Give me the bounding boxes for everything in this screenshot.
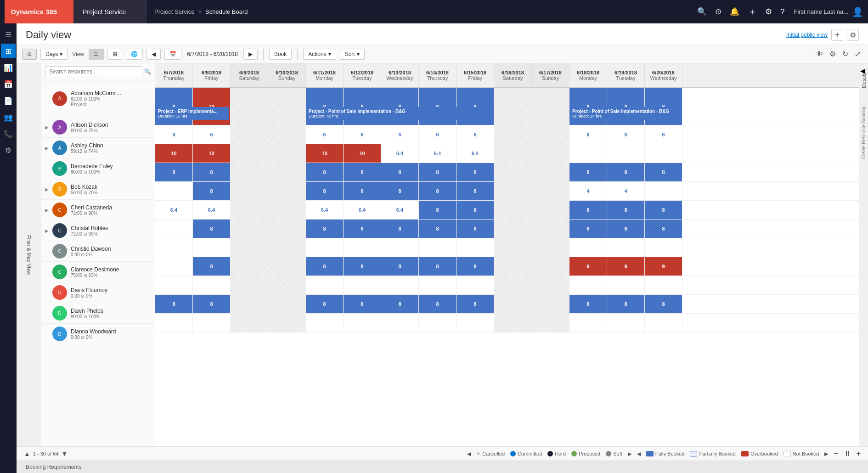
gantt-cell-3-7[interactable]: 8: [419, 163, 457, 181]
expand-arrow[interactable]: ▶: [45, 146, 49, 151]
resource-row[interactable]: ▶ A Allison Dickson 60:00 ⊙ 75%: [41, 117, 155, 138]
gantt-cell-6-1[interactable]: 8: [193, 220, 231, 238]
gantt-cell-11-6[interactable]: [381, 314, 419, 332]
sidebar-contacts[interactable]: 👥: [1, 110, 16, 124]
gantt-cell-1-10[interactable]: [532, 125, 569, 144]
help-icon[interactable]: ?: [780, 7, 784, 17]
gantt-cell-2-2[interactable]: [231, 144, 268, 163]
gantt-cell-6-13[interactable]: 8: [645, 220, 682, 238]
zoom-out-btn[interactable]: −: [834, 450, 838, 458]
gantt-cell-7-10[interactable]: [532, 238, 569, 257]
gantt-cell-6-4[interactable]: 8: [306, 220, 344, 238]
gantt-cell-5-3[interactable]: [268, 201, 306, 219]
resource-row[interactable]: B Bernadette Foley 80:00 ⊙ 100%: [41, 158, 155, 179]
gantt-cell-8-8[interactable]: 8: [457, 257, 494, 276]
gantt-cell-3-11[interactable]: 8: [569, 163, 607, 181]
resource-row[interactable]: ▶ A Ashley Chinn 59:12 ⊙ 74%: [41, 138, 155, 158]
gantt-cell-4-4[interactable]: 8: [306, 182, 344, 200]
gantt-cell-10-7[interactable]: 8: [419, 295, 457, 313]
gantt-cell-11-5[interactable]: [344, 314, 381, 332]
bell-icon[interactable]: 🔔: [730, 7, 739, 17]
gantt-cell-3-10[interactable]: [532, 163, 569, 181]
gantt-cell-10-0[interactable]: 8: [155, 295, 193, 313]
gantt-cell-4-8[interactable]: 8: [457, 182, 494, 200]
gantt-cell-4-5[interactable]: 8: [344, 182, 381, 200]
gantt-cell-4-10[interactable]: [532, 182, 569, 200]
gantt-cell-7-6[interactable]: [381, 238, 419, 257]
sidebar-doc[interactable]: 📄: [1, 93, 16, 108]
gantt-cell-1-4[interactable]: 6: [306, 125, 344, 144]
user-section[interactable]: First name Last na... 👤: [794, 6, 864, 17]
gantt-cell-0-10[interactable]: [532, 88, 569, 125]
sidebar-calendar[interactable]: 📅: [1, 77, 16, 91]
gantt-cell-5-9[interactable]: [494, 201, 532, 219]
next-legend2-btn[interactable]: ▶: [824, 451, 828, 457]
map-view-btn[interactable]: 🌐: [126, 49, 143, 60]
gantt-cell-10-3[interactable]: [268, 295, 306, 313]
gantt-cell-4-1[interactable]: 8: [193, 182, 231, 200]
search-icon[interactable]: 🔍: [697, 7, 707, 17]
gantt-cell-7-3[interactable]: [268, 238, 306, 257]
project-bar-1[interactable]: Project - ERP Implementa...Duration: 16 …: [155, 107, 229, 120]
gantt-cell-5-6[interactable]: 6.4: [381, 201, 419, 219]
sidebar-hamburger[interactable]: ☰: [1, 27, 16, 42]
gantt-cell-8-4[interactable]: 8: [306, 257, 344, 276]
gantt-cell-8-2[interactable]: [231, 257, 268, 276]
calendar-icon-btn[interactable]: ⊙: [22, 49, 37, 60]
project-bar-3[interactable]: Project - Point of Sale Implementation -…: [569, 107, 681, 120]
gantt-cell-1-12[interactable]: 6: [607, 125, 645, 144]
resource-row[interactable]: D Dawn Phelps 80:00 ⊙ 100%: [41, 303, 155, 324]
gantt-cell-7-11[interactable]: [569, 238, 607, 257]
gantt-cell-9-1[interactable]: [193, 276, 231, 294]
gantt-cell-6-10[interactable]: [532, 220, 569, 238]
gantt-cell-5-13[interactable]: 8: [645, 201, 682, 219]
gantt-cell-8-3[interactable]: [268, 257, 306, 276]
gantt-cell-2-11[interactable]: [569, 144, 607, 163]
gantt-cell-3-3[interactable]: [268, 163, 306, 181]
gantt-cell-10-4[interactable]: 8: [306, 295, 344, 313]
book-btn[interactable]: Book: [269, 49, 292, 60]
gantt-cell-4-2[interactable]: [231, 182, 268, 200]
gantt-cell-5-2[interactable]: [231, 201, 268, 219]
add-icon[interactable]: ＋: [748, 6, 757, 18]
gantt-cell-4-6[interactable]: 8: [381, 182, 419, 200]
details-panel[interactable]: Details ◀ Create Resource Booking: [859, 63, 868, 446]
expand-arrow[interactable]: ▶: [45, 187, 49, 192]
gantt-cell-10-2[interactable]: [231, 295, 268, 313]
gantt-cell-3-12[interactable]: 8: [607, 163, 645, 181]
gantt-cell-1-6[interactable]: 6: [381, 125, 419, 144]
gantt-cell-11-1[interactable]: [193, 314, 231, 332]
gantt-cell-6-0[interactable]: [155, 220, 193, 238]
gantt-cell-5-7[interactable]: 8: [419, 201, 457, 219]
next-legend-btn[interactable]: ▶: [628, 451, 631, 457]
gantt-cell-2-5[interactable]: 10: [344, 144, 381, 163]
gantt-cell-7-7[interactable]: [419, 238, 457, 257]
gantt-cell-8-12[interactable]: 9: [607, 257, 645, 276]
gantt-cell-9-9[interactable]: [494, 276, 532, 294]
gantt-cell-2-7[interactable]: 6.4: [419, 144, 457, 163]
expand-icon-btn[interactable]: ⤢: [853, 48, 862, 60]
gantt-cell-2-1[interactable]: 10: [193, 144, 231, 163]
gantt-cell-6-12[interactable]: 8: [607, 220, 645, 238]
gantt-cell-6-7[interactable]: 8: [419, 220, 457, 238]
gantt-cell-2-4[interactable]: 10: [306, 144, 344, 163]
gantt-cell-1-13[interactable]: 6: [645, 125, 682, 144]
gantt-cell-1-5[interactable]: 6: [344, 125, 381, 144]
resource-row[interactable]: D Davis Flournoy 0:00 ⊙ 0%: [41, 282, 155, 303]
gantt-cell-8-13[interactable]: 9: [645, 257, 682, 276]
eye-icon-btn[interactable]: 👁: [814, 48, 825, 60]
gantt-cell-4-3[interactable]: [268, 182, 306, 200]
gantt-cell-10-10[interactable]: [532, 295, 569, 313]
gantt-cell-6-11[interactable]: 8: [569, 220, 607, 238]
days-dropdown[interactable]: Days ▾: [40, 49, 68, 60]
gantt-cell-11-0[interactable]: [155, 314, 193, 332]
resource-search-input[interactable]: [45, 66, 142, 77]
prev-legend-btn[interactable]: ◀: [467, 451, 471, 457]
breadcrumb-ps[interactable]: Project Service: [154, 8, 194, 15]
gantt-cell-6-3[interactable]: [268, 220, 306, 238]
gantt-cell-4-7[interactable]: 8: [419, 182, 457, 200]
expand-arrow[interactable]: ▶: [45, 228, 49, 233]
gantt-cell-1-1[interactable]: 6: [193, 125, 231, 144]
gantt-cell-1-3[interactable]: [268, 125, 306, 144]
gantt-cell-6-6[interactable]: 8: [381, 220, 419, 238]
